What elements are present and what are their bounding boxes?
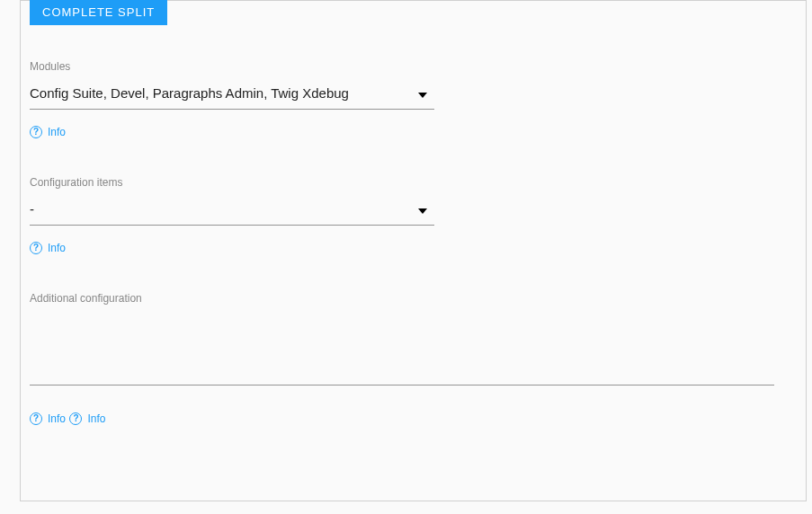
modules-info-link[interactable]: ? Info [30,126,66,138]
info-link-label: Info [48,412,66,425]
additional-config-textarea[interactable] [30,317,774,380]
additional-config-label: Additional configuration [30,292,797,305]
additional-config-field-group: Additional configuration ? Info ? Info [30,292,797,425]
complete-split-fieldset: COMPLETE SPLIT Modules Config Suite, Dev… [20,0,807,501]
modules-select-value: Config Suite, Devel, Paragraphs Admin, T… [30,85,434,103]
additional-config-info-link[interactable]: ? Info [30,412,66,425]
info-link-label: Info [87,412,105,425]
fieldset-legend: COMPLETE SPLIT [30,0,167,25]
help-icon: ? [30,242,42,254]
config-items-label: Configuration items [30,176,797,189]
fieldset-content: Modules Config Suite, Devel, Paragraphs … [21,1,806,443]
config-items-field-group: Configuration items - ? Info [30,176,797,254]
extra-info-link[interactable]: ? Info [69,412,105,425]
config-items-info-link[interactable]: ? Info [30,242,66,254]
modules-field-group: Modules Config Suite, Devel, Paragraphs … [30,60,797,138]
help-icon: ? [30,126,42,138]
modules-label: Modules [30,60,797,73]
chevron-down-icon [418,93,427,98]
chevron-down-icon [418,208,427,214]
info-link-label: Info [48,126,66,138]
help-icon: ? [30,412,42,425]
config-items-select[interactable]: - [30,201,434,226]
additional-config-textarea-wrapper [30,317,774,386]
modules-select[interactable]: Config Suite, Devel, Paragraphs Admin, T… [30,85,434,110]
info-link-label: Info [48,242,66,254]
help-icon: ? [69,412,82,425]
config-items-select-value: - [30,201,434,219]
